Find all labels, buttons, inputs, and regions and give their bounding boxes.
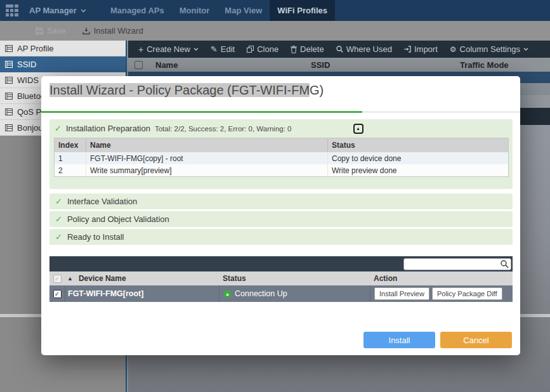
tab-wifi-profiles[interactable]: WiFi Profiles <box>270 0 335 21</box>
app-menu-label: AP Manager <box>29 6 77 15</box>
import-button[interactable]: Import <box>404 44 438 54</box>
plus-icon: + <box>138 44 143 55</box>
edit-label: Edit <box>221 44 235 54</box>
sidebar-item-ap-profile[interactable]: AP Profile <box>0 41 126 56</box>
sort-ascending-icon: ▲ <box>67 275 73 282</box>
edit-icon: ✎ <box>211 44 218 54</box>
create-new-button[interactable]: + Create New <box>138 44 199 55</box>
clone-icon <box>247 46 254 53</box>
delete-icon <box>291 46 297 53</box>
installation-preparation-panel: ✓ Installation Preparation Total: 2/2, S… <box>49 119 513 189</box>
edit-button[interactable]: ✎ Edit <box>211 44 235 54</box>
tab-managed-aps[interactable]: Managed APs <box>103 0 172 21</box>
column-settings-label: Column Settings <box>460 44 520 54</box>
install-wizard-button[interactable]: Install Wizard <box>82 26 143 36</box>
chevron-down-icon <box>193 48 199 51</box>
policy-package-diff-button[interactable]: Policy Package Diff <box>432 287 502 300</box>
check-icon: ✓ <box>55 232 62 242</box>
select-all-checkbox[interactable] <box>134 61 143 69</box>
apps-grid-button[interactable] <box>0 0 24 21</box>
check-icon: ✓ <box>55 291 60 297</box>
ssid-table-header: Name SSID Traffic Mode <box>128 58 550 72</box>
list-icon <box>5 61 13 68</box>
device-row[interactable]: ✓ FGT-WIFI-FMG[root] ▲ Connection Up Ins… <box>49 285 513 302</box>
validation-label: Policy and Object Validation <box>67 214 169 224</box>
delete-button[interactable]: Delete <box>291 44 324 54</box>
column-header-ssid[interactable]: SSID <box>303 60 458 70</box>
column-header-status[interactable]: Status <box>219 271 370 285</box>
preparation-table-header: Index Name Status <box>55 138 508 152</box>
check-icon: ✓ <box>55 214 62 224</box>
progress-bar <box>41 111 520 113</box>
tab-map-view[interactable]: Map View <box>217 0 270 21</box>
column-header-index: Index <box>55 138 86 152</box>
list-icon <box>5 77 13 84</box>
column-header-traffic-mode[interactable]: Traffic Mode <box>458 60 550 70</box>
validation-label: Ready to Install <box>67 232 124 242</box>
validation-row-ready: ✓ Ready to Install <box>49 229 513 245</box>
save-label: Save <box>47 26 66 36</box>
gear-icon: ⚙ <box>450 45 457 54</box>
device-table-toolbar <box>49 256 513 271</box>
collapse-arrow-icon: ▲ <box>356 126 360 131</box>
where-used-button[interactable]: Where Used <box>336 44 392 54</box>
preparation-results-table: Index Name Status 1 FGT-WIFI-FMG[copy] -… <box>54 138 509 177</box>
device-row-checkbox[interactable]: ✓ <box>53 290 62 298</box>
modal-title-selected-text: Install Wizard - Policy Package (FGT-WIF… <box>49 83 310 97</box>
progress-bar-fill <box>41 111 362 113</box>
delete-label: Delete <box>300 44 324 54</box>
column-header-action[interactable]: Action <box>370 271 513 285</box>
connection-up-icon: ▲ <box>223 290 232 298</box>
list-icon <box>5 45 13 52</box>
save-icon <box>36 27 43 35</box>
device-status-text: Connection Up <box>235 289 287 298</box>
device-status-cell: ▲ Connection Up <box>219 285 370 302</box>
column-settings-button[interactable]: ⚙ Column Settings <box>450 44 528 54</box>
install-wizard-modal: Install Wizard - Policy Package (FGT-WIF… <box>41 76 520 355</box>
install-button[interactable]: Install <box>363 332 435 348</box>
modal-title: Install Wizard - Policy Package (FGT-WIF… <box>49 83 324 98</box>
import-label: Import <box>414 44 438 54</box>
clone-button[interactable]: Clone <box>247 44 278 54</box>
column-header-status: Status <box>328 138 508 152</box>
check-icon: ✓ <box>55 124 62 133</box>
validation-row-interface: ✓ Interface Validation <box>49 193 513 209</box>
clone-label: Clone <box>257 44 278 54</box>
list-icon <box>5 124 13 131</box>
search-icon <box>336 46 343 53</box>
column-header-device-name[interactable]: ▲Device Name <box>65 271 219 285</box>
row-status: Copy to device done <box>328 152 508 164</box>
cancel-button[interactable]: Cancel <box>440 332 512 348</box>
device-table-header: ✓ ▲Device Name Status Action <box>49 271 513 285</box>
import-icon <box>404 46 411 53</box>
collapse-panel-button[interactable]: ▲ <box>353 124 363 134</box>
app-window: AP Manager Managed APs Monitor Map View … <box>0 0 550 392</box>
modal-title-rest: G) <box>310 83 324 97</box>
check-icon: ✓ <box>55 275 60 282</box>
secondary-toolbar: Save Install Wizard <box>0 21 550 41</box>
installation-preparation-header: ✓ Installation Preparation Total: 2/2, S… <box>49 119 513 138</box>
list-icon <box>5 108 13 115</box>
top-navigation-bar: AP Manager Managed APs Monitor Map View … <box>0 0 550 21</box>
app-menu-ap-manager[interactable]: AP Manager <box>24 0 95 21</box>
install-wizard-label: Install Wizard <box>94 26 143 36</box>
content-toolbar: + Create New ✎ Edit Clone Delete Where U… <box>128 41 550 58</box>
where-used-label: Where Used <box>346 44 392 54</box>
device-action-cell: Install Preview Policy Package Diff <box>370 285 513 302</box>
create-new-label: Create New <box>147 44 190 54</box>
select-all-devices-checkbox[interactable]: ✓ <box>53 275 62 283</box>
column-header-name: Name <box>86 138 328 152</box>
save-button[interactable]: Save <box>36 26 66 36</box>
column-header-name[interactable]: Name <box>148 60 303 70</box>
install-preview-button[interactable]: Install Preview <box>374 287 429 300</box>
tab-monitor[interactable]: Monitor <box>172 0 218 21</box>
table-row: 2 Write summary[preview] Write preview d… <box>55 164 508 176</box>
chevron-down-icon <box>523 48 528 51</box>
search-input[interactable] <box>403 258 511 270</box>
check-icon: ✓ <box>55 197 62 206</box>
validation-label: Interface Validation <box>67 197 137 206</box>
validation-row-policy-object: ✓ Policy and Object Validation <box>49 211 513 227</box>
chevron-down-icon <box>81 9 86 13</box>
install-wizard-icon <box>82 27 90 35</box>
sidebar-item-ssid[interactable]: SSID <box>0 56 126 72</box>
